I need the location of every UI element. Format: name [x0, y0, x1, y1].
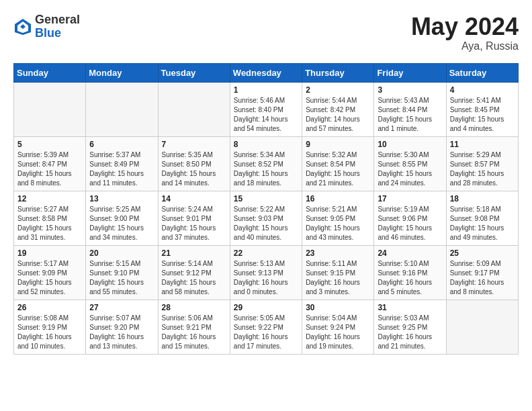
- weekday-tuesday: Tuesday: [158, 63, 230, 82]
- day-detail: Sunrise: 5:27 AMSunset: 8:58 PMDaylight:…: [17, 205, 82, 242]
- day-detail: Sunrise: 5:37 AMSunset: 8:49 PMDaylight:…: [89, 150, 154, 188]
- day-number: 3: [378, 85, 442, 95]
- weekday-sunday: Sunday: [14, 63, 86, 82]
- day-number: 11: [450, 140, 515, 149]
- day-cell: 7Sunrise: 5:35 AMSunset: 8:50 PMDaylight…: [158, 136, 230, 191]
- week-row-2: 5Sunrise: 5:39 AMSunset: 8:47 PMDaylight…: [14, 136, 519, 191]
- day-number: 5: [17, 140, 82, 149]
- day-cell: 17Sunrise: 5:19 AMSunset: 9:06 PMDayligh…: [374, 191, 446, 245]
- day-cell: 18Sunrise: 5:18 AMSunset: 9:08 PMDayligh…: [446, 191, 518, 245]
- day-detail: Sunrise: 5:44 AMSunset: 8:42 PMDaylight:…: [306, 96, 370, 134]
- day-number: 29: [234, 303, 298, 312]
- weekday-monday: Monday: [86, 63, 158, 82]
- day-number: 2: [306, 85, 370, 95]
- day-cell: [158, 82, 230, 136]
- day-detail: Sunrise: 5:06 AMSunset: 9:21 PMDaylight:…: [162, 314, 226, 351]
- day-cell: 23Sunrise: 5:11 AMSunset: 9:15 PMDayligh…: [302, 245, 374, 300]
- weekday-header-row: SundayMondayTuesdayWednesdayThursdayFrid…: [14, 63, 519, 82]
- day-cell: 5Sunrise: 5:39 AMSunset: 8:47 PMDaylight…: [14, 136, 86, 191]
- day-number: 30: [306, 303, 370, 312]
- day-cell: 19Sunrise: 5:17 AMSunset: 9:09 PMDayligh…: [14, 245, 86, 300]
- day-number: 15: [234, 194, 298, 203]
- day-number: 27: [89, 303, 154, 312]
- day-number: 12: [17, 194, 82, 203]
- day-detail: Sunrise: 5:11 AMSunset: 9:15 PMDaylight:…: [306, 259, 370, 297]
- day-detail: Sunrise: 5:17 AMSunset: 9:09 PMDaylight:…: [17, 259, 82, 297]
- logo: General Blue: [13, 13, 80, 40]
- day-detail: Sunrise: 5:14 AMSunset: 9:12 PMDaylight:…: [162, 259, 226, 297]
- day-detail: Sunrise: 5:03 AMSunset: 9:25 PMDaylight:…: [378, 314, 442, 351]
- day-number: 18: [450, 194, 515, 203]
- day-cell: 26Sunrise: 5:08 AMSunset: 9:19 PMDayligh…: [14, 300, 86, 354]
- day-cell: 29Sunrise: 5:05 AMSunset: 9:22 PMDayligh…: [230, 300, 302, 354]
- day-cell: [14, 82, 86, 136]
- week-row-1: 1Sunrise: 5:46 AMSunset: 8:40 PMDaylight…: [14, 82, 519, 136]
- day-cell: 22Sunrise: 5:13 AMSunset: 9:13 PMDayligh…: [230, 245, 302, 300]
- weekday-wednesday: Wednesday: [230, 63, 302, 82]
- day-number: 20: [89, 248, 154, 258]
- title-block: May 2024 Aya, Russia: [411, 13, 519, 52]
- day-number: 4: [450, 85, 515, 95]
- day-cell: 11Sunrise: 5:29 AMSunset: 8:57 PMDayligh…: [446, 136, 518, 191]
- week-row-3: 12Sunrise: 5:27 AMSunset: 8:58 PMDayligh…: [14, 191, 519, 245]
- day-cell: 12Sunrise: 5:27 AMSunset: 8:58 PMDayligh…: [14, 191, 86, 245]
- day-cell: 9Sunrise: 5:32 AMSunset: 8:54 PMDaylight…: [302, 136, 374, 191]
- weekday-saturday: Saturday: [446, 63, 518, 82]
- day-number: 6: [89, 140, 154, 149]
- day-cell: 21Sunrise: 5:14 AMSunset: 9:12 PMDayligh…: [158, 245, 230, 300]
- day-cell: 3Sunrise: 5:43 AMSunset: 8:44 PMDaylight…: [374, 82, 446, 136]
- day-number: 17: [378, 194, 442, 203]
- day-detail: Sunrise: 5:15 AMSunset: 9:10 PMDaylight:…: [89, 259, 154, 297]
- day-cell: 24Sunrise: 5:10 AMSunset: 9:16 PMDayligh…: [374, 245, 446, 300]
- weekday-friday: Friday: [374, 63, 446, 82]
- day-detail: Sunrise: 5:41 AMSunset: 8:45 PMDaylight:…: [450, 96, 515, 134]
- day-detail: Sunrise: 5:30 AMSunset: 8:55 PMDaylight:…: [378, 150, 442, 188]
- logo-icon: [13, 17, 32, 36]
- day-cell: 20Sunrise: 5:15 AMSunset: 9:10 PMDayligh…: [86, 245, 158, 300]
- day-number: 22: [234, 248, 298, 258]
- day-detail: Sunrise: 5:04 AMSunset: 9:24 PMDaylight:…: [306, 314, 370, 351]
- day-number: 10: [378, 140, 442, 149]
- day-detail: Sunrise: 5:43 AMSunset: 8:44 PMDaylight:…: [378, 96, 442, 134]
- week-row-4: 19Sunrise: 5:17 AMSunset: 9:09 PMDayligh…: [14, 245, 519, 300]
- day-number: 7: [162, 140, 226, 149]
- day-cell: 4Sunrise: 5:41 AMSunset: 8:45 PMDaylight…: [446, 82, 518, 136]
- day-cell: 14Sunrise: 5:24 AMSunset: 9:01 PMDayligh…: [158, 191, 230, 245]
- day-detail: Sunrise: 5:09 AMSunset: 9:17 PMDaylight:…: [450, 259, 515, 297]
- day-detail: Sunrise: 5:39 AMSunset: 8:47 PMDaylight:…: [17, 150, 82, 188]
- month-year-title: May 2024: [411, 13, 519, 40]
- day-cell: 25Sunrise: 5:09 AMSunset: 9:17 PMDayligh…: [446, 245, 518, 300]
- day-cell: 31Sunrise: 5:03 AMSunset: 9:25 PMDayligh…: [374, 300, 446, 354]
- logo-text: General Blue: [35, 13, 80, 40]
- day-detail: Sunrise: 5:19 AMSunset: 9:06 PMDaylight:…: [378, 205, 442, 242]
- day-detail: Sunrise: 5:08 AMSunset: 9:19 PMDaylight:…: [17, 314, 82, 351]
- day-cell: 16Sunrise: 5:21 AMSunset: 9:05 PMDayligh…: [302, 191, 374, 245]
- day-cell: [86, 82, 158, 136]
- day-cell: 15Sunrise: 5:22 AMSunset: 9:03 PMDayligh…: [230, 191, 302, 245]
- day-cell: 6Sunrise: 5:37 AMSunset: 8:49 PMDaylight…: [86, 136, 158, 191]
- calendar-table: SundayMondayTuesdayWednesdayThursdayFrid…: [13, 63, 519, 355]
- day-number: 13: [89, 194, 154, 203]
- day-cell: 1Sunrise: 5:46 AMSunset: 8:40 PMDaylight…: [230, 82, 302, 136]
- day-number: 1: [234, 85, 298, 95]
- weekday-thursday: Thursday: [302, 63, 374, 82]
- day-cell: 8Sunrise: 5:34 AMSunset: 8:52 PMDaylight…: [230, 136, 302, 191]
- day-detail: Sunrise: 5:10 AMSunset: 9:16 PMDaylight:…: [378, 259, 442, 297]
- day-detail: Sunrise: 5:13 AMSunset: 9:13 PMDaylight:…: [234, 259, 298, 297]
- day-cell: 27Sunrise: 5:07 AMSunset: 9:20 PMDayligh…: [86, 300, 158, 354]
- day-number: 28: [162, 303, 226, 312]
- day-detail: Sunrise: 5:25 AMSunset: 9:00 PMDaylight:…: [89, 205, 154, 242]
- day-detail: Sunrise: 5:24 AMSunset: 9:01 PMDaylight:…: [162, 205, 226, 242]
- day-detail: Sunrise: 5:21 AMSunset: 9:05 PMDaylight:…: [306, 205, 370, 242]
- day-detail: Sunrise: 5:46 AMSunset: 8:40 PMDaylight:…: [234, 96, 298, 134]
- day-detail: Sunrise: 5:07 AMSunset: 9:20 PMDaylight:…: [89, 314, 154, 351]
- day-cell: 28Sunrise: 5:06 AMSunset: 9:21 PMDayligh…: [158, 300, 230, 354]
- day-detail: Sunrise: 5:34 AMSunset: 8:52 PMDaylight:…: [234, 150, 298, 188]
- day-number: 31: [378, 303, 442, 312]
- day-detail: Sunrise: 5:29 AMSunset: 8:57 PMDaylight:…: [450, 150, 515, 188]
- day-number: 26: [17, 303, 82, 312]
- day-number: 21: [162, 248, 226, 258]
- day-detail: Sunrise: 5:32 AMSunset: 8:54 PMDaylight:…: [306, 150, 370, 188]
- day-cell: 2Sunrise: 5:44 AMSunset: 8:42 PMDaylight…: [302, 82, 374, 136]
- day-detail: Sunrise: 5:22 AMSunset: 9:03 PMDaylight:…: [234, 205, 298, 242]
